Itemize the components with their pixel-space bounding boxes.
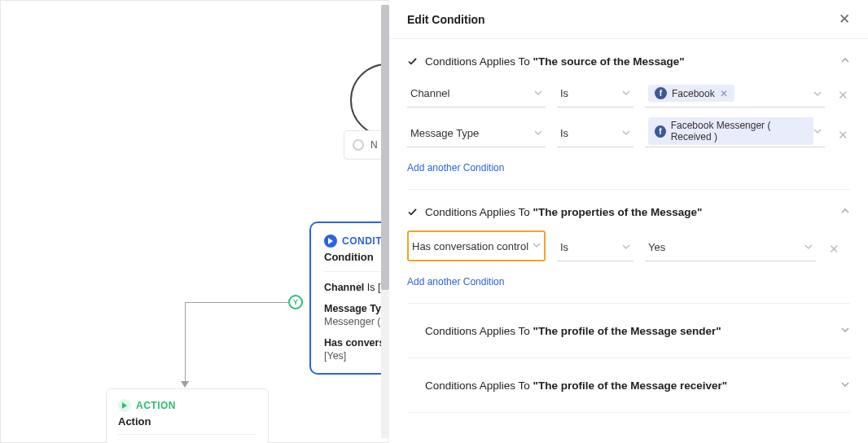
chip-label: Facebook <box>672 88 715 99</box>
value-select[interactable]: fFacebook Messenger ( Received ) <box>645 116 825 147</box>
chevron-down-icon <box>533 241 541 251</box>
cond-line-label: Channel <box>324 282 364 293</box>
delete-row-icon[interactable]: ✕ <box>827 242 841 261</box>
operator-label: Is <box>560 127 568 139</box>
add-condition-link[interactable]: Add another Condition <box>407 162 504 173</box>
arrow-icon <box>181 381 189 388</box>
condition-section: Conditions Applies To "The profile of th… <box>407 358 850 413</box>
facebook-icon: f <box>655 87 667 99</box>
field-label: Message Type <box>410 127 479 139</box>
value-select[interactable]: Yes <box>645 234 816 261</box>
value-chip[interactable]: fFacebook✕ <box>648 85 734 102</box>
chevron-down-icon <box>804 243 813 252</box>
condition-section: Conditions Applies To "The profile of th… <box>407 304 850 358</box>
field-select[interactable]: Has conversation control <box>407 230 546 261</box>
section-title: Conditions Applies To "The profile of th… <box>425 379 727 392</box>
condition-row: Channel Is fFacebook✕ ✕ <box>407 80 850 116</box>
remove-chip-icon[interactable]: ✕ <box>720 88 728 99</box>
check-icon <box>407 207 417 217</box>
operator-label: Is <box>560 87 568 99</box>
section-header[interactable]: Conditions Applies To "The profile of th… <box>407 378 850 393</box>
field-label: Channel <box>410 87 449 99</box>
condition-section: Conditions Applies To "The properties of… <box>407 190 850 304</box>
chevron-down-icon <box>622 243 630 252</box>
check-icon <box>407 56 417 66</box>
section-header[interactable]: Conditions Applies To "The source of the… <box>407 54 850 68</box>
circle-icon <box>353 139 364 151</box>
chip-label: Facebook Messenger ( Received ) <box>671 120 807 143</box>
field-select[interactable]: Channel <box>407 80 546 107</box>
condition-row: Has conversation control Is Yes ✕ <box>407 230 850 270</box>
small-node-label: N <box>370 139 378 151</box>
chevron-down-icon <box>813 86 822 101</box>
chevron-down-icon <box>840 323 850 338</box>
chevron-down-icon <box>622 89 630 99</box>
scrollbar[interactable] <box>381 5 389 438</box>
section-title: Conditions Applies To "The source of the… <box>425 55 685 68</box>
action-icon <box>118 399 131 412</box>
add-condition-link[interactable]: Add another Condition <box>407 276 504 287</box>
operator-select[interactable]: Is <box>557 120 633 147</box>
action-node[interactable]: ACTION Action <box>106 388 269 443</box>
chevron-down-icon <box>622 129 630 138</box>
delete-row-icon[interactable]: ✕ <box>836 88 850 107</box>
field-select[interactable]: Message Type <box>407 120 546 147</box>
chevron-down-icon <box>840 378 850 393</box>
action-tag: ACTION <box>136 400 176 411</box>
chevron-down-icon <box>813 124 822 138</box>
chevron-up-icon <box>840 54 850 68</box>
edit-condition-panel: Edit Condition ✕ Conditions Applies To "… <box>389 0 868 443</box>
connector <box>185 302 290 303</box>
section-header[interactable]: Conditions Applies To "The properties of… <box>407 204 850 219</box>
value-select[interactable]: fFacebook✕ <box>645 80 825 107</box>
section-header[interactable]: Conditions Applies To "The profile of th… <box>407 323 850 338</box>
field-label: Has conversation control <box>412 240 528 252</box>
chevron-down-icon <box>534 89 542 99</box>
chevron-up-icon <box>840 204 850 219</box>
panel-header: Edit Condition ✕ <box>389 0 868 39</box>
value-chip[interactable]: fFacebook Messenger ( Received ) <box>648 117 813 145</box>
close-icon[interactable]: ✕ <box>839 12 850 26</box>
chevron-down-icon <box>534 129 542 138</box>
section-title: Conditions Applies To "The properties of… <box>425 206 702 218</box>
yes-branch-badge: Y <box>288 295 303 309</box>
operator-select[interactable]: Is <box>557 80 633 107</box>
value-label: Yes <box>648 241 665 253</box>
connector <box>185 302 186 384</box>
action-title: Action <box>118 415 256 435</box>
section-title: Conditions Applies To "The profile of th… <box>425 325 721 337</box>
scrollbar-thumb[interactable] <box>381 5 389 290</box>
operator-select[interactable]: Is <box>557 234 633 261</box>
panel-title: Edit Condition <box>407 13 485 26</box>
delete-row-icon[interactable]: ✕ <box>836 128 850 147</box>
condition-icon <box>324 235 337 248</box>
facebook-icon: f <box>655 125 666 138</box>
condition-row: Message Type Is fFacebook Messenger ( Re… <box>407 116 850 156</box>
operator-label: Is <box>560 241 568 253</box>
condition-section: Conditions Applies To "The source of the… <box>407 39 850 190</box>
